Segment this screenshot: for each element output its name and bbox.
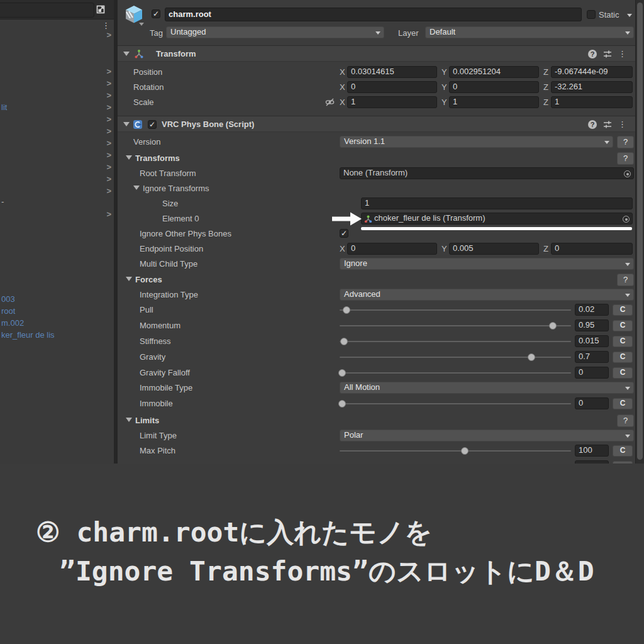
expand-chevron-icon[interactable]: > — [106, 138, 111, 148]
foldout-icon[interactable] — [123, 122, 130, 126]
expand-chevron-icon[interactable]: > — [106, 91, 111, 100]
endpoint-y-field[interactable]: 0.005 — [449, 243, 539, 255]
stiffness-value-field[interactable]: 0.015 — [575, 335, 609, 347]
hierarchy-item[interactable]: - — [1, 197, 4, 206]
element0-object-field[interactable]: choker_fleur de lis (Transform) — [361, 213, 633, 225]
hierarchy-item[interactable]: root — [1, 306, 15, 316]
expand-chevron-icon[interactable]: > — [106, 79, 111, 88]
scrollbar-thumb[interactable] — [637, 3, 643, 460]
root-transform-object-field[interactable]: None (Transform) — [340, 167, 634, 179]
hierarchy-item[interactable]: ker_fleur de lis — [1, 330, 55, 340]
position-z-field[interactable]: -9.067444e-09 — [551, 66, 633, 78]
gravity-value-field[interactable]: 0.7 — [575, 351, 609, 363]
max-pitch-slider[interactable] — [340, 450, 571, 452]
slider-handle[interactable] — [338, 400, 346, 408]
expand-chevron-icon[interactable]: > — [106, 186, 111, 196]
curve-button[interactable]: C — [613, 352, 633, 363]
immobile-type-dropdown[interactable]: All Motion — [340, 382, 634, 394]
hierarchy-item[interactable]: 003 — [1, 294, 15, 304]
expand-chevron-icon[interactable]: > — [106, 209, 111, 219]
expand-chevron-icon[interactable]: > — [106, 150, 111, 160]
help-button[interactable]: ? — [617, 414, 634, 427]
slider-handle[interactable] — [528, 353, 535, 361]
expand-chevron-icon[interactable]: > — [106, 30, 111, 40]
momentum-slider[interactable] — [340, 325, 571, 326]
curve-button[interactable]: C — [613, 336, 633, 347]
version-dropdown[interactable]: Version 1.1 — [340, 136, 613, 148]
component-enabled-checkbox[interactable]: ✓ — [148, 120, 157, 129]
hierarchy-item[interactable]: lit — [1, 103, 7, 112]
pull-value-field[interactable]: 0.02 — [575, 304, 609, 316]
expand-chevron-icon[interactable]: > — [106, 162, 111, 172]
endpoint-x-field[interactable]: 0 — [347, 243, 437, 255]
momentum-value-field[interactable]: 0.95 — [575, 319, 609, 331]
endpoint-z-field[interactable]: 0 — [551, 243, 633, 255]
gravity-slider[interactable] — [340, 357, 571, 358]
help-button[interactable]: ? — [617, 152, 634, 165]
static-dropdown-icon[interactable] — [627, 14, 632, 17]
maximize-icon[interactable] — [95, 4, 106, 15]
position-y-field[interactable]: 0.002951204 — [449, 66, 539, 78]
rotation-x-field[interactable]: 0 — [347, 81, 437, 93]
help-button[interactable]: ? — [617, 274, 634, 286]
active-checkbox[interactable]: ✓ — [152, 9, 160, 18]
name-input[interactable]: charm.root — [165, 8, 582, 21]
inspector-scrollbar[interactable] — [635, 0, 644, 464]
immobile-value-field[interactable]: 0 — [575, 397, 609, 409]
more-icon[interactable]: ⋮ — [618, 120, 626, 129]
scale-y-field[interactable]: 1 — [449, 96, 539, 108]
presets-icon[interactable] — [603, 50, 612, 58]
help-button[interactable]: ? — [617, 136, 634, 148]
clipped-value-field[interactable] — [575, 460, 609, 464]
tag-dropdown[interactable]: Untagged — [166, 26, 384, 38]
foldout-icon[interactable] — [133, 186, 140, 190]
scale-x-field[interactable]: 1 — [347, 96, 437, 108]
slider-handle[interactable] — [549, 322, 557, 330]
expand-chevron-icon[interactable]: > — [106, 114, 111, 124]
help-icon[interactable]: ? — [588, 120, 597, 129]
layer-dropdown[interactable]: Default — [425, 26, 634, 38]
gravity-falloff-value-field[interactable]: 0 — [575, 367, 609, 379]
stiffness-slider[interactable] — [340, 341, 571, 342]
static-checkbox[interactable] — [587, 10, 596, 19]
gravity-falloff-slider[interactable] — [340, 372, 571, 374]
object-picker-icon[interactable] — [624, 170, 631, 177]
link-broken-icon[interactable] — [325, 97, 335, 107]
slider-handle[interactable] — [343, 306, 350, 314]
curve-button[interactable]: C — [613, 304, 633, 316]
limit-type-dropdown[interactable]: Polar — [340, 430, 634, 441]
pull-slider[interactable] — [340, 309, 571, 311]
foldout-icon[interactable] — [123, 52, 130, 56]
expand-chevron-icon[interactable]: > — [106, 103, 111, 112]
integration-dropdown[interactable]: Advanced — [340, 289, 634, 301]
position-x-field[interactable]: 0.03014615 — [347, 66, 437, 78]
curve-button[interactable]: C — [613, 398, 633, 409]
hierarchy-item[interactable]: m.002 — [1, 318, 24, 328]
foldout-icon[interactable] — [126, 277, 132, 281]
help-icon[interactable]: ? — [588, 50, 597, 58]
slider-handle[interactable] — [461, 447, 469, 455]
transform-header[interactable]: Transform ? ⋮ — [118, 45, 635, 62]
curve-button[interactable]: C — [613, 445, 633, 457]
search-field[interactable] — [0, 3, 94, 18]
presets-icon[interactable] — [603, 120, 612, 129]
expand-chevron-icon[interactable]: > — [106, 67, 111, 76]
foldout-icon[interactable] — [126, 155, 132, 160]
curve-button[interactable]: C — [613, 320, 633, 331]
curve-button[interactable] — [613, 461, 633, 464]
rotation-y-field[interactable]: 0 — [449, 81, 539, 93]
object-picker-icon[interactable] — [623, 216, 630, 223]
slider-handle[interactable] — [340, 338, 348, 345]
expand-chevron-icon[interactable]: > — [106, 126, 111, 136]
rotation-z-field[interactable]: -32.261 — [551, 81, 633, 93]
curve-button[interactable]: C — [613, 367, 633, 379]
scale-z-field[interactable]: 1 — [551, 96, 633, 108]
foldout-icon[interactable] — [126, 418, 132, 422]
more-icon[interactable]: ⋮ — [102, 21, 110, 30]
gameobject-cube-icon[interactable] — [123, 3, 145, 26]
slider-handle[interactable] — [338, 369, 346, 377]
expand-chevron-icon[interactable]: > — [106, 174, 111, 184]
ignore-other-checkbox[interactable]: ✓ — [340, 229, 348, 238]
size-field[interactable]: 1 — [361, 197, 633, 209]
immobile-slider[interactable] — [340, 403, 571, 404]
